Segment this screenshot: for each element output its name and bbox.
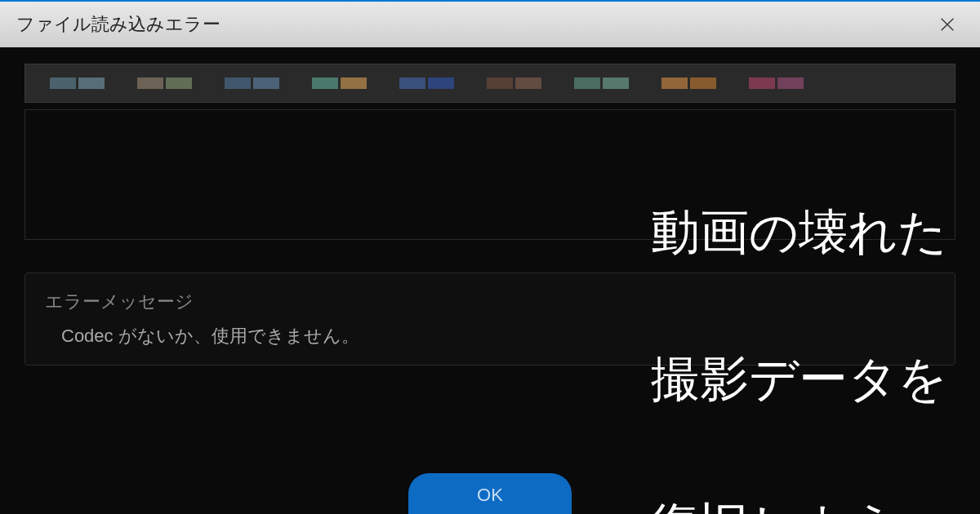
thumbnail-block [515, 78, 541, 89]
thumbnail-block [749, 78, 775, 89]
thumbnail-block [399, 78, 425, 89]
thumbnail-block [428, 78, 454, 89]
overlay-text: 動画の壊れた 撮影データを 復旧しよう [651, 122, 947, 514]
thumbnail-block [662, 78, 688, 89]
thumbnail-block [137, 78, 163, 89]
thumbnail [312, 78, 367, 89]
thumbnail [225, 78, 279, 89]
thumbnail [50, 78, 105, 89]
thumbnail [399, 78, 454, 89]
thumbnail-block [78, 78, 105, 89]
thumbnail-block [312, 78, 338, 89]
thumbnail-block [253, 78, 279, 89]
thumbnail [749, 78, 804, 89]
title-bar: ファイル読み込みエラー [0, 0, 980, 47]
thumbnail [487, 78, 541, 89]
close-button[interactable] [931, 8, 964, 41]
thumbnail-strip [24, 64, 956, 103]
dialog-title: ファイル読み込みエラー [16, 12, 220, 37]
close-icon [938, 16, 956, 33]
overlay-line-1: 動画の壊れた [651, 196, 947, 269]
overlay-line-3: 復旧しよう [651, 490, 947, 514]
thumbnail-block [225, 78, 251, 89]
thumbnail-block [603, 78, 629, 89]
thumbnail [137, 78, 192, 89]
thumbnail [574, 78, 629, 89]
thumbnail-block [690, 78, 716, 89]
thumbnail-block [341, 78, 367, 89]
ok-button-label: OK [477, 485, 503, 506]
ok-button[interactable]: OK [408, 473, 572, 514]
thumbnail [662, 78, 716, 89]
thumbnail-block [574, 78, 600, 89]
thumbnail-block [777, 78, 804, 89]
thumbnail-block [50, 78, 76, 89]
thumbnail-block [487, 78, 513, 89]
overlay-line-2: 撮影データを [651, 343, 947, 416]
thumbnail-block [166, 78, 192, 89]
